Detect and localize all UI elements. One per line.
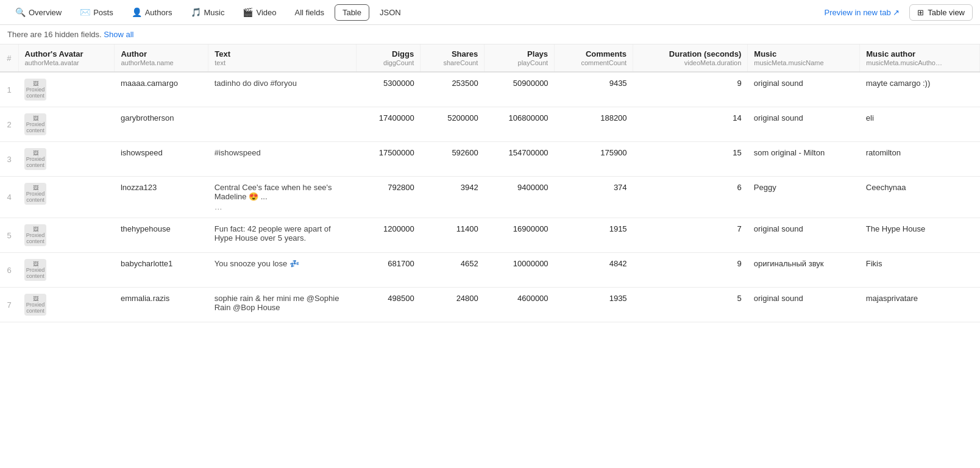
music-author-cell: Ceechynaa [860, 177, 980, 218]
row-number: 7 [0, 288, 18, 322]
author-avatar-cell: 🖼 Proxied content [18, 177, 115, 218]
avatar: 🖼 Proxied content [24, 259, 46, 281]
diggs-cell: 17500000 [357, 142, 421, 177]
avatar: 🖼 Proxied content [24, 148, 46, 170]
comments-cell: 1915 [555, 218, 633, 253]
tab-authors[interactable]: 👤 Authors [124, 4, 180, 21]
diggs-cell: 17400000 [357, 107, 421, 142]
table-view-icon: ⊞ [917, 8, 924, 17]
post-text-cell: #ishowspeed [208, 142, 357, 177]
author-avatar-cell: 🖼 Proxied content [18, 253, 115, 288]
diggs-cell: 5300000 [357, 72, 421, 107]
post-text-cell [208, 107, 357, 142]
col-header-text: Text text [208, 44, 357, 72]
avatar: 🖼 Proxied content [24, 224, 46, 246]
duration-cell: 14 [633, 107, 748, 142]
table-row: 5🖼 Proxied contentthehypehouseFun fact: … [0, 218, 980, 253]
col-header-plays: Plays playCount [485, 44, 555, 72]
show-all-link[interactable]: Show all [104, 30, 133, 39]
music-icon: 🎵 [191, 7, 201, 17]
author-name-cell: emmalia.razis [115, 288, 208, 322]
author-name-cell: babycharlotte1 [115, 253, 208, 288]
col-header-rownum: # [0, 44, 18, 72]
overview-icon: 🔍 [15, 7, 26, 17]
music-author-cell: Fikis [860, 253, 980, 288]
row-number: 6 [0, 253, 18, 288]
diggs-cell: 498500 [357, 288, 421, 322]
video-icon: 🎬 [243, 7, 253, 17]
tab-allfields[interactable]: All fields [286, 4, 332, 21]
music-name-cell: Peggy [748, 177, 860, 218]
shares-cell: 5200000 [421, 107, 485, 142]
table-row: 1🖼 Proxied contentmaaaa.camargotadinho d… [0, 72, 980, 107]
col-header-duration: Duration (seconds) videoMeta.duration [633, 44, 748, 72]
tab-music[interactable]: 🎵 Music [183, 4, 233, 21]
col-header-author: Author authorMeta.name [115, 44, 208, 72]
music-author-cell: majasprivatare [860, 288, 980, 322]
music-name-cell: original sound [748, 288, 860, 322]
author-avatar-cell: 🖼 Proxied content [18, 218, 115, 253]
avatar: 🖼 Proxied content [24, 79, 46, 101]
music-name-cell: original sound [748, 218, 860, 253]
author-name-cell: thehypehouse [115, 218, 208, 253]
music-author-cell: eli [860, 107, 980, 142]
col-header-music-author: Music author musicMeta.musicAutho… [860, 44, 980, 72]
music-author-cell: ratomilton [860, 142, 980, 177]
post-text-cell: You snooze you lose 💤 [208, 253, 357, 288]
avatar: 🖼 Proxied content [24, 183, 46, 205]
duration-cell: 6 [633, 177, 748, 218]
plays-cell: 9400000 [485, 177, 555, 218]
tab-table[interactable]: Table [335, 4, 369, 21]
comments-cell: 1935 [555, 288, 633, 322]
author-avatar-cell: 🖼 Proxied content [18, 72, 115, 107]
author-avatar-cell: 🖼 Proxied content [18, 107, 115, 142]
author-avatar-cell: 🖼 Proxied content [18, 288, 115, 322]
data-table-wrapper: # Author's Avatar authorMeta.avatar Auth… [0, 44, 980, 322]
music-name-cell: оригинальный звук [748, 253, 860, 288]
tab-video[interactable]: 🎬 Video [235, 4, 284, 21]
comments-cell: 4842 [555, 253, 633, 288]
table-row: 3🖼 Proxied contentishowspeed#ishowspeed1… [0, 142, 980, 177]
diggs-cell: 1200000 [357, 218, 421, 253]
duration-cell: 7 [633, 218, 748, 253]
table-row: 4🖼 Proxied contentlnozza123Central Cee's… [0, 177, 980, 218]
row-number: 1 [0, 72, 18, 107]
table-row: 7🖼 Proxied contentemmalia.razissophie ra… [0, 288, 980, 322]
post-text-cell: sophie rain & her mini me @Sophie Rain @… [208, 288, 357, 322]
author-name-cell: garybrotherson [115, 107, 208, 142]
tab-posts[interactable]: ✉️ Posts [72, 4, 121, 21]
shares-cell: 4652 [421, 253, 485, 288]
shares-cell: 253500 [421, 72, 485, 107]
tab-json[interactable]: JSON [372, 4, 409, 21]
plays-cell: 16900000 [485, 218, 555, 253]
music-name-cell: original sound [748, 72, 860, 107]
author-name-cell: maaaa.camargo [115, 72, 208, 107]
duration-cell: 9 [633, 72, 748, 107]
info-bar: There are 16 hidden fields. Show all [0, 25, 980, 44]
shares-cell: 592600 [421, 142, 485, 177]
post-text-cell: tadinho do divo #foryou [208, 72, 357, 107]
authors-icon: 👤 [132, 7, 142, 17]
shares-cell: 24800 [421, 288, 485, 322]
music-author-cell: mayte camargo :)) [860, 72, 980, 107]
table-row: 2🖼 Proxied contentgarybrotherson17400000… [0, 107, 980, 142]
posts-icon: ✉️ [80, 7, 90, 17]
preview-new-tab-link[interactable]: Preview in new tab ↗ [825, 8, 900, 17]
plays-cell: 10000000 [485, 253, 555, 288]
tab-overview[interactable]: 🔍 Overview [7, 4, 69, 21]
duration-cell: 15 [633, 142, 748, 177]
row-number: 2 [0, 107, 18, 142]
comments-cell: 188200 [555, 107, 633, 142]
avatar: 🖼 Proxied content [24, 294, 46, 316]
col-header-diggs: Diggs diggCount [357, 44, 421, 72]
col-header-avatar: Author's Avatar authorMeta.avatar [18, 44, 115, 72]
table-row: 6🖼 Proxied contentbabycharlotte1You snoo… [0, 253, 980, 288]
plays-cell: 106800000 [485, 107, 555, 142]
table-view-button[interactable]: ⊞ Table view [909, 4, 973, 21]
top-nav: 🔍 Overview ✉️ Posts 👤 Authors 🎵 Music 🎬 … [0, 0, 980, 25]
col-header-comments: Comments commentCount [555, 44, 633, 72]
plays-cell: 154700000 [485, 142, 555, 177]
post-text-cell: Fun fact: 42 people were apart of Hype H… [208, 218, 357, 253]
music-author-cell: The Hype House [860, 218, 980, 253]
data-table: # Author's Avatar authorMeta.avatar Auth… [0, 44, 980, 322]
